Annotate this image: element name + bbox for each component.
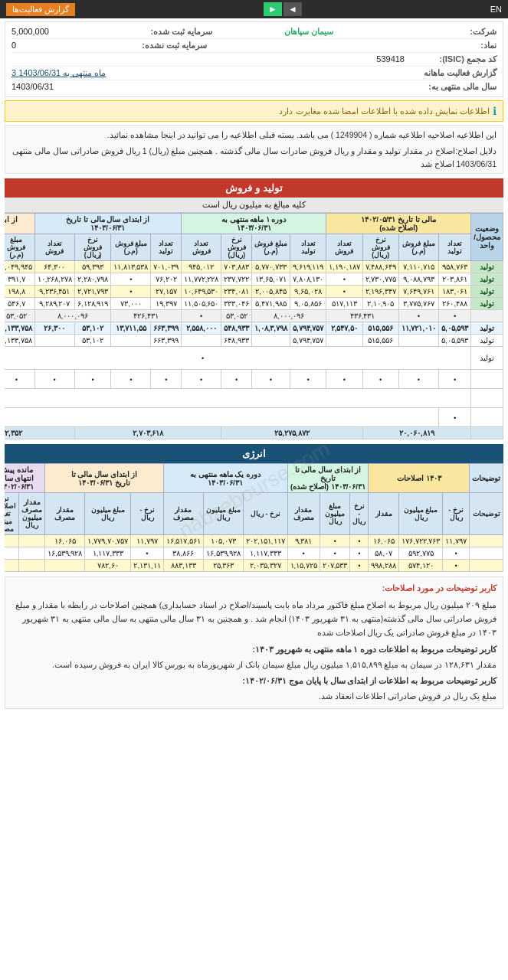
er3-rate3: ۲,۰۳۵,۳۲۷ — [244, 560, 287, 572]
r1-p3-amount: ۱۱,۸۱۳,۵۳۸ — [111, 261, 151, 273]
r2-p4-amount: ۳۹۱,۷ — [5, 273, 34, 286]
total-label — [471, 427, 503, 439]
prod-row-3: تولید ۱۸۳,۰۶۱ ۷,۶۴۹,۷۶۱ ۲,۱۹۶,۳۴۷ • ۹,۶۵… — [5, 286, 503, 298]
eth-sub-rate1: نرخ - ریال — [443, 493, 470, 535]
sr1-v4: ۸,۰۰۰,۰۹۶ — [252, 310, 326, 322]
eth-sub-rate3: نرخ - ریال — [244, 493, 287, 535]
nav-arrows: ◄ ► — [264, 2, 302, 16]
er3-qty3: ۸۸۳,۱۳۳ — [163, 560, 203, 572]
er2-rate3: ۱,۱۱۷,۳۳۳ — [244, 547, 287, 560]
company-label: شرکت: — [405, 27, 497, 37]
top-bar-left: EN — [490, 5, 502, 14]
eth-sub-amount3: مبلغ میلیون ریال — [203, 493, 243, 535]
er2-qty5 — [19, 547, 45, 560]
r1-p2-count: ۹,۶۱۹,۱۱۹ — [290, 261, 326, 273]
th-p2-rate: نرخ فروش (ریال) — [221, 234, 252, 261]
r4-p3-rate: ۶,۱۲۸,۹۱۹ — [74, 298, 110, 310]
pst1-v7: ۵۴۸,۹۳۳ — [221, 322, 252, 335]
th-p2-amount: مبلغ فروش (م.ر) — [252, 234, 290, 261]
pst1-v9: ۶۶۳,۳۹۹ — [151, 322, 182, 335]
notes-title: کاربر توضیحات در مورد اصلاحات: — [11, 582, 497, 596]
warning-text1: این اطلاعیه اصلاحیه اطلاعیه شماره ( 1249… — [11, 129, 497, 142]
er2-amount2: • — [320, 547, 350, 560]
notes-section: کاربر توضیحات در مورد اصلاحات: مبلغ ۲۰۹ … — [5, 577, 503, 709]
er2-amount4: ۱,۱۱۷,۳۳۳ — [85, 547, 131, 560]
nav-next-btn[interactable]: ► — [264, 2, 282, 16]
report-label: گزارش فعالیت ماهانه — [405, 68, 497, 78]
r3-p1-sold: • — [326, 286, 362, 298]
sr1-v3: ۴۳۶,۴۳۱ — [326, 310, 399, 322]
sr1-v2: • — [398, 310, 438, 322]
br3-status — [471, 389, 503, 408]
er3-qty1: ۹۹۸,۲۸۸ — [369, 560, 399, 572]
eth-sub-amount2: مبلغ میلیون ریال — [320, 493, 350, 535]
er1-amount3: ۱۰۵,۰۷۳ — [203, 535, 243, 547]
er1-rate2: • — [350, 535, 369, 547]
er3-rate4: ۲,۱۳۱,۱۱ — [131, 560, 163, 572]
th-p4-count: مبلغ فروش (م.ر) — [5, 234, 34, 261]
nav-prev-btn[interactable]: ◄ — [283, 2, 302, 16]
energy-row-3: • ۵۷۴,۱۲۰ ۹۹۸,۲۸۸ • ۲۰۷,۵۳۳ ۱,۱۵,۷۲۵ ۲,۰… — [5, 560, 503, 572]
sr1-v1: • — [439, 310, 471, 322]
pst2-status: تولید — [471, 335, 503, 347]
sr1-v6: • — [182, 310, 221, 322]
pst1-v10: ۱۳,۷۱۱,۵۵ — [111, 322, 151, 335]
energy-row-2: • ۵۹۲,۷۷۵ ۵۸,۰۷ • • • ۱,۱۱۷,۳۳۳ ۱۶,۵۳۹,۹… — [5, 547, 503, 560]
total-v4: ۲۲,۵۷۲,۳۵۲ — [5, 427, 74, 439]
r1-p2-rate: ۷۰۳,۸۸۳ — [221, 261, 252, 273]
blank-row-3 — [5, 389, 503, 408]
prod-status-2: تولید — [471, 273, 503, 286]
r2-p3-sold: ۱۰,۲۶۸,۲۷۸ — [34, 273, 74, 286]
note-item-2: کاربر توضیحات مربوط به اطلاعات دوره ۱ ما… — [11, 643, 497, 657]
er2-desc — [470, 547, 503, 560]
r2-p2-sold: ۱۱,۷۷۲,۲۲۸ — [182, 273, 221, 286]
th-prev-ytd: از ابتدای سال مالی تا تاریخ۱۴۰۲/۰۶/۳۱ — [5, 214, 34, 234]
prod-row-1: تولید ۹۵۸,۷۶۳ ۷,۱۱۰,۷۱۵ ۷,۴۸۸,۶۴۹ ۱,۱۹۰,… — [5, 261, 503, 273]
lang-label: EN — [490, 5, 502, 14]
report-link[interactable]: 3 ماه منتهی به 1403/06/31 — [11, 68, 106, 78]
eth-curr-month: دوره یک ماهه منتهی به۱۴۰۳/۰۶/۳۱ — [163, 464, 287, 493]
th-p3-sold: تعداد فروش — [34, 234, 74, 261]
br2-v6: • — [252, 370, 290, 389]
pst1-status: تولید — [471, 322, 503, 335]
prod-row-2: تولید ۲۰۳,۸۶۱ ۹,۰۸۸,۷۹۳ ۲,۷۳۰,۷۷۵ • ۷,۸۰… — [5, 273, 503, 286]
pst2-v10 — [111, 335, 151, 347]
capital2-label: سرمایه ثبت نشده: — [115, 41, 207, 51]
unit-row: نماد: سرمایه ثبت نشده: 0 — [11, 39, 497, 53]
er2-rate4: • — [131, 547, 163, 560]
capital2-value: 0 — [11, 41, 16, 51]
r3-p2-amount: ۲,۰۰۵,۸۴۵ — [252, 286, 290, 298]
r2-p1-sold: • — [326, 273, 362, 286]
top-bar: EN ◄ ► گزارش فعالیت‌ها — [0, 0, 508, 18]
th-p1-count: تعداد تولید — [439, 234, 471, 261]
th-p3-rate: نرخ فروش (ریال) — [74, 234, 110, 261]
eth-sub-rate2: نرخ - ریال — [350, 493, 369, 535]
energy-table-container: توضیحات ۱۴۰۳ اصلاحات از ابتدای سال مالی … — [5, 463, 503, 572]
r4-p1-count: ۲۶۰,۴۸۸ — [439, 298, 471, 310]
br2-v2: • — [398, 370, 438, 389]
blank-row-2: • • • • • • • • • • • • • • • • — [5, 370, 503, 389]
er1-qty3: ۱۶,۵۱۷,۵۶۱ — [163, 535, 203, 547]
r1-p3-sold: ۶۴,۳۰۰ — [34, 261, 74, 273]
br2-v5: • — [290, 370, 326, 389]
pst2-v6 — [252, 335, 290, 347]
br4-v1: • — [439, 408, 471, 427]
er1-amount4: ۱,۷۷۹,۷۰,۷۵۷ — [85, 535, 131, 547]
r2-p3-count: ۷۶,۲۰۲ — [151, 273, 182, 286]
pst1-v3: ۵۱۵,۵۵۶ — [362, 322, 398, 335]
prod-status-3: تولید — [471, 286, 503, 298]
pst2-v5: ۵,۷۹۴,۷۵۷ — [290, 335, 326, 347]
report-btn[interactable]: گزارش فعالیت‌ها — [6, 3, 75, 16]
code-label: کد مجمع (ISIC): — [405, 54, 497, 64]
pst1-v13: ۶,۱۳۳,۷۵۸ — [5, 322, 34, 335]
pst1-v2: ۱۱,۷۲۱,۰۱۰ — [398, 322, 438, 335]
production-subheader: کلیه مبالغ به میلیون ریال است — [5, 198, 503, 213]
sr1-v8: ۸,۰۰۰,۰۹۶ — [34, 310, 111, 322]
note-item-4: کاربر توضیحات مربوط به اطلاعات از ابتدای… — [11, 675, 497, 688]
r4-p1-rate: ۲,۱۰,۹۰۵ — [362, 298, 398, 310]
br2-v1: • — [439, 370, 471, 389]
pst2-v2 — [398, 335, 438, 347]
prod-subtotal-1: تولید ۵,۰۵,۵۹۳ ۱۱,۷۲۱,۰۱۰ ۵۱۵,۵۵۶ ۲,۵۴۷,… — [5, 322, 503, 335]
er3-rate5 — [5, 560, 19, 572]
th-p2-sold: تعداد فروش — [182, 234, 221, 261]
